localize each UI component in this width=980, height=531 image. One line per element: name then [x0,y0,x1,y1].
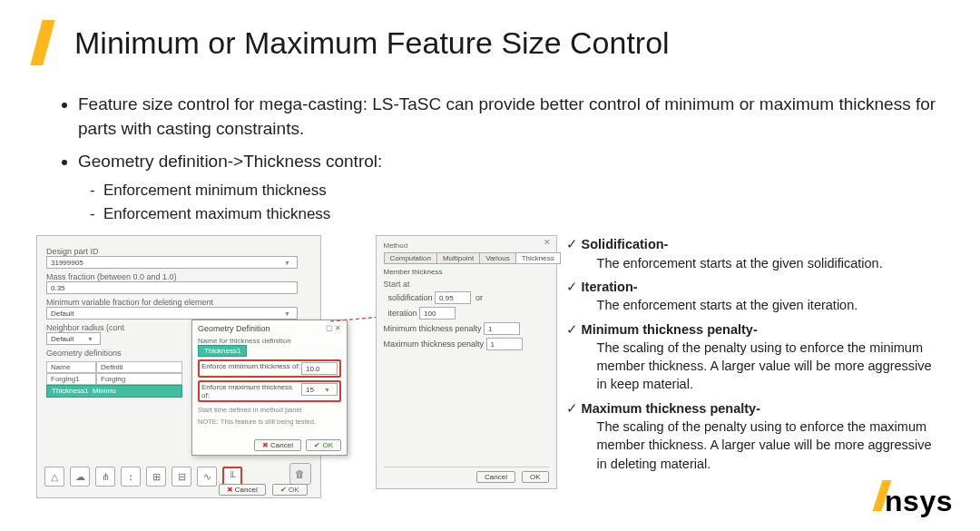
tab-thickness[interactable]: Thickness [515,252,561,264]
outer-ok-button[interactable]: ✔ OK [272,484,308,496]
method-title: Method [384,241,549,250]
check-max-penalty-hdr: Maximum thickness penalty- [582,401,760,416]
tool-triangle-icon[interactable]: △ [44,467,64,487]
mass-fraction-label: Mass fraction (between 0.0 and 1.0) [46,272,311,281]
tool-arrows-icon[interactable]: ↕ [121,467,141,487]
design-part-id-input[interactable]: 31999905 [46,256,298,269]
bullet-2b: Enforcement maximum thickness [103,203,944,225]
tool-box2-icon[interactable]: ⊟ [172,467,191,487]
check-min-penalty-desc: The scaling of the penalty using to enfo… [597,339,944,394]
enforce-min-input[interactable]: 10.0 [301,362,338,375]
arrow-indicator [330,312,367,313]
enforce-min-row: Enforce minimum thickness of: 10.0 [198,359,341,378]
tool-box1-icon[interactable]: ⊞ [146,467,166,487]
parameter-descriptions: Solidification- The enforcement starts a… [566,235,944,478]
title-accent [30,20,54,65]
min-penalty-label: Minimum thickness penalty [384,324,482,333]
close-icon[interactable]: ✕ [544,238,551,247]
dialog-note-2: NOTE: This feature is still being tested… [198,418,341,426]
trash-icon[interactable]: 🗑 [289,463,311,485]
check-solidification-hdr: Solidification- [582,237,669,251]
check-iteration-hdr: Iteration- [582,280,638,294]
dialog-title: Geometry Definition [198,324,270,333]
bullet-2-text: Geometry definition->Thickness control: [78,152,382,171]
row2-name: Thickness1 [52,387,88,395]
bullet-2a: Enforcement minimum thickness [103,180,944,202]
bullet-list: Feature size control for mega-casting: L… [78,93,944,224]
check-iteration-desc: The enforcement starts at the given iter… [597,296,944,314]
solidification-input[interactable]: 0.95 [435,291,471,304]
iteration-input[interactable]: 100 [419,307,456,320]
tool-anchor-icon[interactable]: ⋔ [95,467,115,487]
check-max-penalty-desc: The scaling of the penalty using to enfo… [597,418,944,473]
thickness-name-input[interactable]: Thickness1 [198,345,247,357]
check-solidification-desc: The enforcement starts at the given soli… [597,254,944,272]
min-var-label: Minimum variable fraction for deleting e… [46,298,311,307]
dialog-note-1: Start time defined in method panel [198,406,341,414]
design-part-panel: Design part ID 31999905 Mass fraction (b… [36,235,321,498]
tab-various[interactable]: Various [479,252,516,264]
ansys-logo: nsys [872,482,953,518]
bullet-1: Feature size control for mega-casting: L… [78,93,944,141]
row2-def: Minimu [93,387,116,395]
geometry-definition-dialog: Geometry Definition ▢ ✕ Name for thickne… [191,320,348,456]
iteration-label: iteration [388,309,417,318]
enforce-max-row: Enforce maximum thickness of: 15 [198,380,341,402]
table-row[interactable]: Forging [96,373,182,385]
dialog-ok-button[interactable]: ✔ OK [306,439,341,451]
geomdef-table: Name Definiti Forging1 Forging [46,361,182,385]
tab-computation[interactable]: Computation [384,252,437,264]
method-ok-button[interactable]: OK [522,471,549,483]
table-header-def: Definiti [96,361,182,373]
neighbor-input[interactable]: Default [46,332,101,345]
max-penalty-input[interactable]: 1 [486,338,523,350]
or-label: or [475,293,483,302]
mass-fraction-input[interactable]: 0.35 [46,281,298,294]
geometry-toolbar: △ ☁ ⋔ ↕ ⊞ ⊟ ∿ ╙ [44,467,242,487]
min-var-input[interactable]: Default [46,307,298,320]
tool-wave-icon[interactable]: ∿ [197,467,217,487]
outer-cancel-button[interactable]: Cancel [219,484,266,496]
max-penalty-label: Maximum thickness penalty [384,339,485,349]
table-header-name: Name [46,361,96,373]
method-cancel-button[interactable]: Cancel [476,471,515,483]
solidification-label: solidification [388,293,433,302]
slide-title: Minimum or Maximum Feature Size Control [74,25,670,61]
tab-multipoint[interactable]: Multipoint [436,252,480,264]
table-row[interactable]: Forging1 [46,373,96,385]
dialog-cancel-button[interactable]: Cancel [254,439,301,451]
method-panel: ✕ Method Computation Multipoint Various … [376,235,557,489]
thickness-name-label: Name for thickness definition [198,337,341,345]
table-row-selected[interactable]: Thickness1 Minimu [46,385,182,398]
check-min-penalty-hdr: Minimum thickness penalty- [582,322,758,337]
start-at-label: Start at [384,280,549,289]
design-part-id-label: Design part ID [46,247,311,256]
tool-cloud-icon[interactable]: ☁ [70,467,90,487]
enforce-min-label: Enforce minimum thickness of: [201,362,300,375]
enforce-max-label: Enforce maximum thickness of: [201,383,301,399]
logo-slash-icon [872,482,890,511]
member-thickness-label: Member thickness [384,268,549,276]
enforce-max-input[interactable]: 15 [301,383,338,396]
min-penalty-input[interactable]: 1 [484,322,520,335]
bullet-2: Geometry definition->Thickness control: … [78,150,944,224]
